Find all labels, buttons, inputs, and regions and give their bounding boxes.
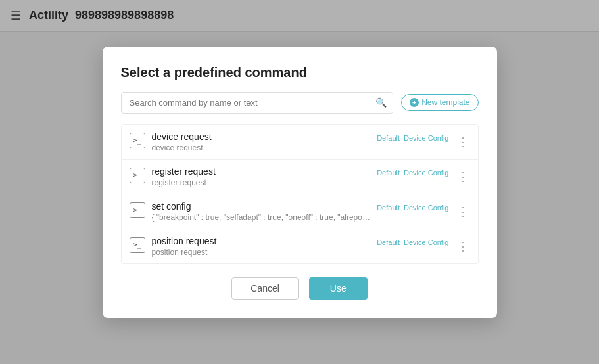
cmd-tags-3: Default Device Config <box>377 204 448 212</box>
cmd-desc-2: register request <box>152 178 371 187</box>
cmd-desc-4: position request <box>152 248 371 257</box>
more-menu-icon-3[interactable]: ⋮ <box>456 204 470 219</box>
command-item-position-request[interactable]: >_ position request position request Def… <box>122 229 478 263</box>
tag-config-2[interactable]: Device Config <box>404 169 448 177</box>
cmd-name-3: set config <box>152 201 371 212</box>
command-item-device-request[interactable]: >_ device request device request Default… <box>122 125 478 160</box>
new-template-button[interactable]: + New template <box>401 94 478 111</box>
cmd-prompt-icon-2: >_ <box>130 168 145 183</box>
modal-title: Select a predefined command <box>121 65 479 80</box>
more-menu-icon-2[interactable]: ⋮ <box>456 170 470 184</box>
search-input[interactable] <box>121 92 394 114</box>
cmd-tags-4: Default Device Config <box>377 239 448 246</box>
cmd-desc-3: { "breakpoint" : true, "selfadapt" : tru… <box>152 213 371 222</box>
modal-overlay: Select a predefined command 🔍 + New temp… <box>0 0 599 364</box>
cmd-tags-1: Default Device Config <box>377 134 448 142</box>
tag-config-4[interactable]: Device Config <box>404 239 448 246</box>
use-button[interactable]: Use <box>309 277 368 300</box>
select-command-modal: Select a predefined command 🔍 + New temp… <box>103 47 497 318</box>
tag-config-1[interactable]: Device Config <box>404 134 448 142</box>
cmd-name-1: device request <box>152 131 371 142</box>
plus-icon: + <box>410 98 419 107</box>
command-item-register-request[interactable]: >_ register request register request Def… <box>122 160 478 194</box>
tag-default-4[interactable]: Default <box>377 239 400 246</box>
search-icon: 🔍 <box>375 97 387 108</box>
more-menu-icon-4[interactable]: ⋮ <box>456 239 470 254</box>
cancel-button[interactable]: Cancel <box>231 277 299 300</box>
cmd-prompt-icon-1: >_ <box>130 133 145 148</box>
cmd-body-3: set config { "breakpoint" : true, "selfa… <box>152 201 371 222</box>
tag-config-3[interactable]: Device Config <box>404 204 448 212</box>
command-list: >_ device request device request Default… <box>121 124 479 264</box>
search-row: 🔍 + New template <box>121 92 479 114</box>
cmd-prompt-icon-3: >_ <box>130 202 145 218</box>
cmd-prompt-icon-4: >_ <box>130 237 145 253</box>
cmd-name-4: position request <box>152 236 371 246</box>
tag-default-1[interactable]: Default <box>377 134 400 142</box>
tag-default-3[interactable]: Default <box>377 204 400 212</box>
more-menu-icon-1[interactable]: ⋮ <box>456 135 470 149</box>
search-container: 🔍 <box>121 92 394 114</box>
cmd-tags-2: Default Device Config <box>377 169 448 177</box>
tag-default-2[interactable]: Default <box>377 169 400 177</box>
command-item-set-config[interactable]: >_ set config { "breakpoint" : true, "se… <box>122 194 478 229</box>
cmd-body-2: register request register request <box>152 166 371 187</box>
modal-footer: Cancel Use <box>121 277 479 300</box>
cmd-name-2: register request <box>152 166 371 177</box>
new-template-label: New template <box>421 98 469 107</box>
cmd-desc-1: device request <box>152 143 371 152</box>
cmd-body-1: device request device request <box>152 131 371 152</box>
cmd-body-4: position request position request <box>152 236 371 257</box>
